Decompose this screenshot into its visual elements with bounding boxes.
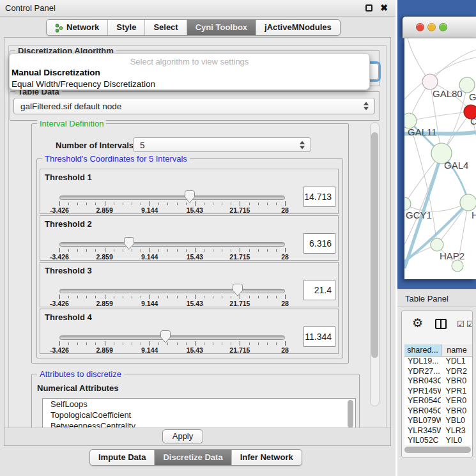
zoom-traffic-light-icon[interactable]: [439, 23, 447, 31]
cell-shared-name[interactable]: YPR145W: [404, 387, 441, 397]
table-horizontal-scrollbar[interactable]: [404, 447, 472, 453]
column-header-name[interactable]: name: [441, 344, 472, 357]
table-row[interactable]: YDR27...YDR2: [404, 367, 472, 377]
algorithm-dropdown-popup: Select algorithm to view settings Manual…: [9, 53, 370, 90]
node-label: HAP2: [440, 250, 464, 261]
cell-name[interactable]: YBR0: [441, 406, 472, 417]
panel-vertical-scrollbar[interactable]: [370, 122, 380, 406]
network-window-titlebar: [403, 17, 476, 38]
spinner-arrows-icon: [299, 141, 305, 149]
threshold-value-field[interactable]: 6.316: [303, 233, 335, 254]
cell-shared-name[interactable]: YDL19...: [404, 357, 441, 367]
network-node-ga[interactable]: [459, 77, 475, 93]
network-edge[interactable]: [409, 112, 471, 121]
slider-tick: [123, 342, 123, 345]
cell-shared-name[interactable]: YBR045C: [404, 406, 441, 417]
checkbox-icon[interactable]: ☑: [466, 319, 473, 329]
list-scrollbar[interactable]: [348, 400, 353, 428]
slider-tick: [195, 341, 196, 346]
attribute-list-item[interactable]: TopologicalCoefficient: [43, 410, 355, 420]
cell-name[interactable]: YBL0: [441, 416, 472, 426]
popup-option-equal-width-frequency[interactable]: Equal Width/Frequency Discretization: [12, 79, 155, 89]
network-canvas[interactable]: GAL80GACGAL11GAL4GCY1HHAP2: [404, 38, 476, 279]
close-icon[interactable]: ✖: [380, 3, 388, 13]
cell-shared-name[interactable]: YBL079W: [404, 416, 441, 426]
slider-tick: [86, 296, 87, 298]
cell-shared-name[interactable]: YDR27...: [404, 367, 441, 377]
table-row[interactable]: YPR145WYPR1: [404, 387, 472, 397]
tab-network[interactable]: Network: [47, 20, 108, 35]
close-traffic-light-icon[interactable]: [416, 23, 424, 31]
cell-shared-name[interactable]: YER054C: [404, 396, 441, 406]
slider-tick-label: 9.144: [130, 300, 169, 307]
network-node[interactable]: [452, 260, 463, 272]
slider-tick: [132, 203, 132, 205]
cell-name[interactable]: YDR2: [441, 367, 472, 377]
number-of-intervals-combobox[interactable]: 5: [133, 137, 311, 152]
slider-tick: [249, 203, 250, 205]
table-row[interactable]: YBR043CYBR0: [404, 376, 472, 387]
tab-cyni-toolbox[interactable]: Cyni Toolbox: [187, 20, 256, 35]
tab-jactivemnodules[interactable]: jActiveMNodules: [256, 20, 340, 35]
slider-tick: [141, 342, 141, 345]
table-row[interactable]: YER054CYER0: [404, 396, 472, 406]
scrollbar-thumb[interactable]: [404, 447, 471, 453]
cell-name[interactable]: YDL1: [441, 357, 472, 367]
slider-tick: [68, 296, 69, 298]
threshold-slider-ticks: -3.4262.8599.14415.4321.71528: [40, 169, 338, 213]
minimize-traffic-light-icon[interactable]: [427, 23, 436, 31]
slider-tick: [114, 203, 114, 205]
popup-option-manual-discretization[interactable]: Manual Discretization: [12, 68, 100, 77]
node-attribute-table: shared... name YDL19...YDL1YDR27...YDR2Y…: [404, 344, 472, 445]
slider-tick: [105, 295, 105, 299]
split-columns-icon[interactable]: [435, 319, 447, 329]
tab-impute-data[interactable]: Impute Data: [90, 450, 155, 465]
threshold-value-field[interactable]: 14.713: [303, 187, 335, 207]
threshold-value-field[interactable]: 21.4: [303, 280, 335, 300]
table-data-combobox[interactable]: galFiltered.sif default node: [13, 98, 375, 114]
checkbox-icon[interactable]: ☑: [457, 319, 464, 329]
threshold-value-field[interactable]: 11.344: [303, 326, 335, 347]
cell-name[interactable]: YLR3: [441, 426, 472, 436]
slider-tick: [95, 203, 96, 205]
slider-tick: [59, 201, 60, 206]
cell-shared-name[interactable]: YIL052C: [404, 436, 441, 445]
node-table-panel: ⚙ ☑ ☑ shared... name YDL19...YDL1YDR27..…: [401, 311, 473, 457]
cell-name[interactable]: YIL0: [441, 436, 472, 445]
table-row[interactable]: YBR045CYBR0: [404, 406, 472, 417]
table-row[interactable]: YLR345WYLR3: [404, 426, 472, 436]
network-node-hap2[interactable]: [431, 238, 443, 251]
tab-select[interactable]: Select: [145, 20, 187, 35]
scrollbar-thumb[interactable]: [371, 132, 378, 358]
apply-button[interactable]: Apply: [162, 429, 203, 443]
cell-name[interactable]: YPR1: [441, 387, 472, 397]
slider-tick: [105, 248, 105, 252]
slider-tick: [249, 296, 250, 298]
tab-label: Infer Network: [240, 450, 293, 464]
cell-name[interactable]: YER0: [441, 396, 472, 406]
cell-shared-name[interactable]: YLR345W: [404, 426, 441, 436]
attribute-list-item[interactable]: SelfLoops: [43, 399, 355, 410]
network-node-h[interactable]: [460, 194, 476, 211]
group-title: Attributes to discretize: [37, 369, 124, 379]
threshold-box: Threshold 1 -3.4262.8599.14415.4321.7152…: [40, 169, 339, 214]
slider-tick: [258, 203, 259, 205]
table-row[interactable]: YDL19...YDL1: [404, 357, 472, 367]
table-row[interactable]: YIL052CYIL0: [404, 436, 472, 445]
cell-name[interactable]: YBR0: [441, 376, 472, 387]
network-edge[interactable]: [430, 50, 476, 82]
table-row[interactable]: YBL079WYBL0: [404, 416, 472, 426]
settings-gear-icon[interactable]: ⚙: [412, 316, 423, 330]
network-node-gal80[interactable]: [422, 74, 438, 89]
tab-infer-network[interactable]: Infer Network: [232, 450, 302, 465]
tab-discretize-data[interactable]: Discretize Data: [155, 450, 231, 465]
tab-style[interactable]: Style: [108, 20, 145, 35]
slider-tick: [132, 296, 132, 298]
float-window-icon[interactable]: [365, 4, 372, 12]
network-node-gcy1[interactable]: [404, 197, 411, 210]
cell-shared-name[interactable]: YBR043C: [404, 376, 441, 387]
slider-tick: [258, 342, 259, 345]
column-header-shared-name[interactable]: shared...: [404, 344, 441, 357]
slider-tick: [158, 296, 159, 298]
slider-tick-label: 21.715: [220, 206, 259, 214]
